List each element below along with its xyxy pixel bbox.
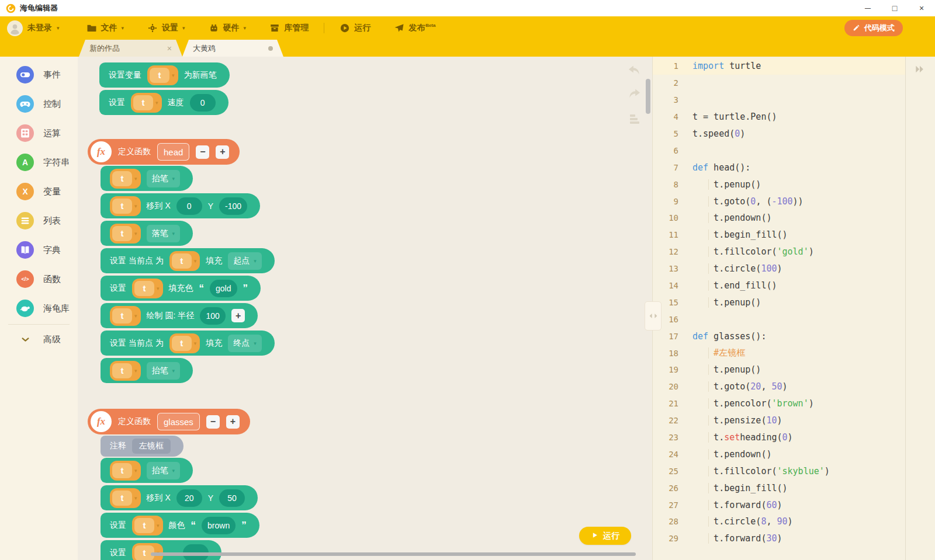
pen-variable-dropdown[interactable]: t▾	[110, 488, 141, 508]
add-button[interactable]: +	[216, 145, 229, 159]
string-input[interactable]: brown	[202, 517, 236, 534]
tab-new-project[interactable]: 新的作品 ×	[79, 40, 182, 57]
sidebar-item-字典[interactable]: 字典	[0, 235, 78, 265]
canvas-vertical-scrollbar[interactable]	[646, 79, 650, 114]
define-function-block[interactable]: fx定义函数head−+	[88, 139, 240, 165]
pen-variable-dropdown[interactable]: t▾	[110, 224, 141, 244]
code-line[interactable]: 24 t.pendown()	[653, 446, 935, 462]
sidebar-item-字符串[interactable]: A字符串	[0, 148, 78, 177]
define-function-block[interactable]: fx定义函数glasses−+	[88, 409, 250, 434]
stack-block[interactable]: 设置t▾填充色“gold”	[101, 276, 261, 301]
function-name-field[interactable]: head	[157, 143, 189, 161]
number-input[interactable]: 100	[200, 307, 226, 325]
code-line[interactable]: 10 t.pendown()	[653, 210, 935, 227]
pen-variable-dropdown[interactable]: t▾	[132, 279, 163, 298]
code-line[interactable]: 17def glasses():	[653, 328, 935, 345]
code-line[interactable]: 12 t.fillcolor('gold')	[653, 244, 935, 260]
maximize-button[interactable]: □	[881, 0, 908, 16]
stack-block[interactable]: t▾抬笔▾	[101, 458, 193, 483]
code-line[interactable]: 4t = turtle.Pen()	[653, 109, 935, 126]
minimize-button[interactable]: ─	[854, 0, 881, 16]
sidebar-item-列表[interactable]: 列表	[0, 206, 78, 235]
code-line[interactable]: 22 t.pensize(10)	[653, 412, 935, 429]
add-button[interactable]: +	[231, 309, 245, 322]
code-editor[interactable]: 1import turtle234t = turtle.Pen()5t.spee…	[652, 57, 935, 560]
code-line[interactable]: 16	[653, 311, 935, 328]
stack-block[interactable]: t▾移到 X0Y-100	[101, 193, 260, 218]
panel-splitter-handle[interactable]	[645, 301, 662, 331]
code-line[interactable]: 1import turtle	[653, 58, 935, 75]
block-dropdown[interactable]: 落笔▾	[147, 225, 181, 242]
code-line[interactable]: 25 t.fillcolor('skyblue')	[653, 462, 935, 479]
block-dropdown[interactable]: 抬笔▾	[147, 362, 181, 380]
block-dropdown[interactable]: 终点▾	[228, 335, 262, 352]
menu-item-运行[interactable]: 运行	[340, 23, 370, 33]
remove-button[interactable]: −	[196, 145, 209, 159]
code-line[interactable]: 21 t.pencolor('brown')	[653, 395, 935, 412]
stack-block[interactable]: t▾移到 X20Y50	[101, 485, 258, 510]
stack-block[interactable]: t▾绘制 圆: 半径100+	[101, 303, 258, 328]
number-input[interactable]: 20	[176, 489, 202, 507]
code-line[interactable]: 23 t.setheading(0)	[653, 429, 935, 446]
code-line[interactable]: 5t.speed(0)	[653, 126, 935, 142]
stack-block[interactable]: 设置t▾	[101, 540, 221, 560]
code-line[interactable]: 27 t.forward(60)	[653, 496, 935, 513]
block-dropdown[interactable]: 抬笔▾	[147, 170, 181, 187]
run-button[interactable]: 运行	[579, 527, 631, 545]
pen-variable-dropdown[interactable]: t▾	[169, 251, 200, 271]
code-line[interactable]: 8 t.penup()	[653, 176, 935, 193]
collapse-panel-icon[interactable]	[914, 64, 935, 76]
number-input[interactable]: 0	[190, 94, 216, 112]
stack-block[interactable]: t▾落笔▾	[101, 221, 193, 246]
code-line[interactable]: 29 t.forward(30)	[653, 530, 935, 547]
menu-item-设置[interactable]: 设置▾	[147, 23, 185, 33]
pen-variable-dropdown[interactable]: t▾	[132, 516, 163, 535]
menu-item-硬件[interactable]: 硬件▾	[209, 23, 247, 33]
code-line[interactable]: 11 t.begin_fill()	[653, 227, 935, 244]
menu-item-发布[interactable]: 发布Beta	[394, 23, 435, 33]
block-dropdown[interactable]: 起点▾	[228, 252, 262, 270]
stack-block[interactable]: t▾抬笔▾	[101, 166, 193, 191]
number-input[interactable]: 0	[176, 197, 202, 215]
sidebar-item-海龟库[interactable]: 海龟库	[0, 294, 78, 323]
comment-block[interactable]: 注释左镜框	[101, 436, 183, 457]
close-button[interactable]: ×	[908, 0, 935, 16]
close-icon[interactable]: ×	[167, 44, 172, 53]
account-menu[interactable]: 未登录 ▾	[7, 20, 60, 36]
code-line[interactable]: 6	[653, 142, 935, 159]
code-line[interactable]: 15 t.penup()	[653, 294, 935, 311]
number-input[interactable]: 50	[219, 489, 245, 507]
add-button[interactable]: +	[226, 415, 240, 429]
sidebar-item-函数[interactable]: </>函数	[0, 265, 78, 294]
pen-variable-dropdown[interactable]: t▾	[110, 196, 141, 216]
code-line[interactable]: 3	[653, 92, 935, 109]
code-line[interactable]: 9 t.goto(0, (-100))	[653, 193, 935, 210]
code-line[interactable]: 7def head():	[653, 159, 935, 176]
string-input[interactable]: gold	[210, 280, 237, 297]
redo-icon[interactable]	[626, 87, 642, 105]
stack-block[interactable]: 设置t▾速度0	[99, 90, 228, 115]
code-line[interactable]: 2	[653, 75, 935, 92]
code-line[interactable]: 13 t.circle(100)	[653, 260, 935, 277]
code-line[interactable]: 14 t.end_fill()	[653, 277, 935, 294]
pen-variable-dropdown[interactable]: t▾	[131, 93, 162, 113]
stack-block[interactable]: 设置t▾颜色“brown”	[101, 513, 259, 538]
code-line[interactable]: 19 t.penup()	[653, 361, 935, 378]
canvas-horizontal-scrollbar[interactable]	[151, 552, 636, 556]
code-mode-button[interactable]: 代码模式	[844, 20, 903, 36]
pen-variable-dropdown[interactable]: t▾	[132, 543, 163, 560]
sidebar-item-advanced[interactable]: 高级	[0, 326, 78, 353]
stack-block[interactable]: 设置变量t▾为新画笔	[99, 62, 230, 88]
code-line[interactable]: 28 t.circle(8, 90)	[653, 513, 935, 530]
undo-icon[interactable]	[626, 64, 642, 82]
code-line[interactable]: 26 t.begin_fill()	[653, 479, 935, 496]
stack-block[interactable]: 设置 当前点 为t▾填充终点▾	[101, 331, 275, 356]
pen-variable-dropdown[interactable]: t▾	[110, 306, 141, 326]
code-line[interactable]: 18 #左镜框	[653, 345, 935, 361]
sidebar-item-控制[interactable]: 控制	[0, 89, 78, 119]
sidebar-item-变量[interactable]: X变量	[0, 177, 78, 206]
code-line[interactable]: 20 t.goto(20, 50)	[653, 378, 935, 395]
pen-variable-dropdown[interactable]: t▾	[147, 65, 178, 85]
block-canvas[interactable]: 设置变量t▾为新画笔设置t▾速度0fx定义函数head−+t▾抬笔▾t▾移到 X…	[78, 57, 652, 560]
comment-text-field[interactable]: 左镜框	[132, 439, 171, 454]
